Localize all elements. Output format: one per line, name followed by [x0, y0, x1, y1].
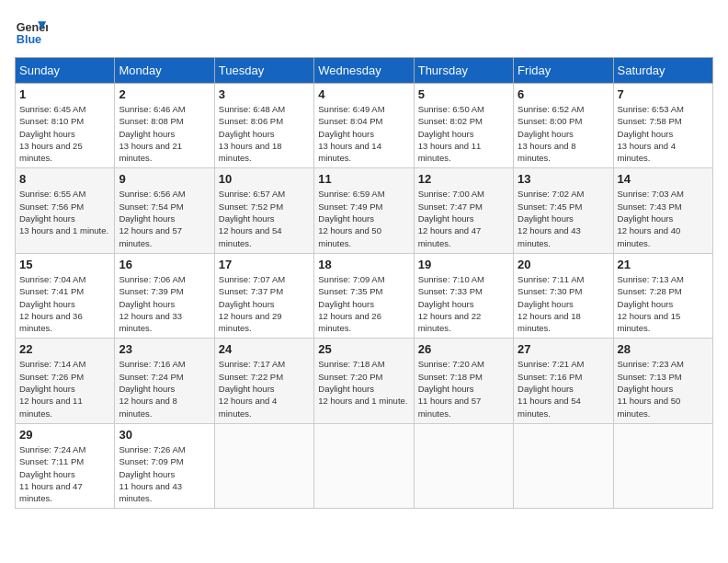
day-info: Sunrise: 7:04 AMSunset: 7:41 PMDaylight … — [19, 273, 110, 334]
calendar-day: 16Sunrise: 7:06 AMSunset: 7:39 PMDayligh… — [115, 253, 214, 338]
day-number: 3 — [219, 87, 310, 101]
day-header-wednesday: Wednesday — [314, 58, 414, 84]
day-info: Sunrise: 7:18 AMSunset: 7:20 PMDaylight … — [318, 358, 409, 407]
day-info: Sunrise: 7:20 AMSunset: 7:18 PMDaylight … — [418, 358, 509, 419]
calendar-day: 28Sunrise: 7:23 AMSunset: 7:13 PMDayligh… — [613, 339, 712, 423]
day-number: 12 — [418, 172, 509, 186]
calendar-day: 24Sunrise: 7:17 AMSunset: 7:22 PMDayligh… — [214, 339, 313, 423]
day-info: Sunrise: 6:53 AMSunset: 7:58 PMDaylight … — [618, 103, 709, 164]
day-number: 6 — [518, 87, 609, 101]
calendar-day: 21Sunrise: 7:13 AMSunset: 7:28 PMDayligh… — [613, 253, 712, 338]
day-info: Sunrise: 7:23 AMSunset: 7:13 PMDaylight … — [618, 358, 709, 419]
day-number: 16 — [119, 258, 210, 271]
calendar-day: 3Sunrise: 6:48 AMSunset: 8:06 PMDaylight… — [214, 84, 313, 168]
day-number: 18 — [318, 258, 409, 271]
day-info: Sunrise: 6:59 AMSunset: 7:49 PMDaylight … — [318, 188, 409, 248]
calendar-day: 6Sunrise: 6:52 AMSunset: 8:00 PMDaylight… — [514, 84, 613, 168]
day-info: Sunrise: 7:24 AMSunset: 7:11 PMDaylight … — [19, 443, 110, 504]
logo: General Blue — [15, 15, 48, 48]
day-info: Sunrise: 7:03 AMSunset: 7:43 PMDaylight … — [618, 188, 709, 248]
day-info: Sunrise: 7:07 AMSunset: 7:37 PMDaylight … — [219, 273, 310, 334]
calendar-day: 30Sunrise: 7:26 AMSunset: 7:09 PMDayligh… — [115, 423, 214, 508]
day-info: Sunrise: 6:45 AMSunset: 8:10 PMDaylight … — [19, 103, 110, 164]
day-header-sunday: Sunday — [16, 58, 115, 84]
calendar-day: 13Sunrise: 7:02 AMSunset: 7:45 PMDayligh… — [514, 168, 613, 253]
calendar-day: 26Sunrise: 7:20 AMSunset: 7:18 PMDayligh… — [414, 339, 513, 423]
day-number: 10 — [219, 172, 310, 186]
day-info: Sunrise: 6:55 AMSunset: 7:56 PMDaylight … — [19, 188, 110, 236]
day-number: 30 — [119, 428, 210, 442]
day-info: Sunrise: 7:16 AMSunset: 7:24 PMDaylight … — [119, 358, 210, 419]
calendar-day — [613, 423, 712, 508]
day-info: Sunrise: 7:17 AMSunset: 7:22 PMDaylight … — [219, 358, 310, 419]
calendar-day: 22Sunrise: 7:14 AMSunset: 7:26 PMDayligh… — [16, 339, 115, 423]
calendar-day: 11Sunrise: 6:59 AMSunset: 7:49 PMDayligh… — [314, 168, 414, 253]
calendar-day: 19Sunrise: 7:10 AMSunset: 7:33 PMDayligh… — [414, 253, 513, 338]
day-info: Sunrise: 7:10 AMSunset: 7:33 PMDaylight … — [418, 273, 509, 334]
calendar-day: 18Sunrise: 7:09 AMSunset: 7:35 PMDayligh… — [314, 253, 414, 338]
day-header-tuesday: Tuesday — [214, 58, 313, 84]
calendar-day — [314, 423, 414, 508]
day-number: 11 — [318, 172, 409, 186]
calendar-day: 4Sunrise: 6:49 AMSunset: 8:04 PMDaylight… — [314, 84, 414, 168]
logo-icon: General Blue — [15, 15, 48, 48]
day-number: 22 — [19, 342, 110, 356]
calendar-week-2: 8Sunrise: 6:55 AMSunset: 7:56 PMDaylight… — [16, 168, 713, 253]
day-header-friday: Friday — [514, 58, 613, 84]
calendar-day: 7Sunrise: 6:53 AMSunset: 7:58 PMDaylight… — [613, 84, 712, 168]
day-header-thursday: Thursday — [414, 58, 513, 84]
day-header-saturday: Saturday — [613, 58, 712, 84]
day-info: Sunrise: 7:26 AMSunset: 7:09 PMDaylight … — [119, 443, 210, 504]
calendar-day: 25Sunrise: 7:18 AMSunset: 7:20 PMDayligh… — [314, 339, 414, 423]
calendar-day — [214, 423, 313, 508]
calendar-week-4: 22Sunrise: 7:14 AMSunset: 7:26 PMDayligh… — [16, 339, 713, 423]
day-info: Sunrise: 7:13 AMSunset: 7:28 PMDaylight … — [618, 273, 709, 334]
day-info: Sunrise: 7:14 AMSunset: 7:26 PMDaylight … — [19, 358, 110, 419]
day-number: 4 — [318, 87, 409, 101]
calendar-day — [514, 423, 613, 508]
day-info: Sunrise: 6:56 AMSunset: 7:54 PMDaylight … — [119, 188, 210, 248]
calendar-day — [414, 423, 513, 508]
calendar-day: 5Sunrise: 6:50 AMSunset: 8:02 PMDaylight… — [414, 84, 513, 168]
day-info: Sunrise: 6:52 AMSunset: 8:00 PMDaylight … — [518, 103, 609, 164]
day-number: 20 — [518, 258, 609, 271]
calendar-day: 23Sunrise: 7:16 AMSunset: 7:24 PMDayligh… — [115, 339, 214, 423]
day-info: Sunrise: 7:06 AMSunset: 7:39 PMDaylight … — [119, 273, 210, 334]
day-number: 28 — [618, 342, 709, 356]
day-info: Sunrise: 6:46 AMSunset: 8:08 PMDaylight … — [119, 103, 210, 164]
day-info: Sunrise: 7:02 AMSunset: 7:45 PMDaylight … — [518, 188, 609, 248]
day-number: 29 — [19, 428, 110, 442]
day-number: 1 — [19, 87, 110, 101]
day-info: Sunrise: 7:09 AMSunset: 7:35 PMDaylight … — [318, 273, 409, 334]
day-number: 23 — [119, 342, 210, 356]
calendar-day: 17Sunrise: 7:07 AMSunset: 7:37 PMDayligh… — [214, 253, 313, 338]
calendar-table: SundayMondayTuesdayWednesdayThursdayFrid… — [15, 57, 713, 509]
day-number: 26 — [418, 342, 509, 356]
day-info: Sunrise: 6:57 AMSunset: 7:52 PMDaylight … — [219, 188, 310, 248]
day-number: 5 — [418, 87, 509, 101]
day-number: 24 — [219, 342, 310, 356]
day-number: 2 — [119, 87, 210, 101]
day-number: 13 — [518, 172, 609, 186]
day-info: Sunrise: 7:00 AMSunset: 7:47 PMDaylight … — [418, 188, 509, 248]
day-number: 8 — [19, 172, 110, 186]
page-header: General Blue — [15, 15, 713, 48]
day-info: Sunrise: 7:21 AMSunset: 7:16 PMDaylight … — [518, 358, 609, 419]
calendar-week-3: 15Sunrise: 7:04 AMSunset: 7:41 PMDayligh… — [16, 253, 713, 338]
calendar-day: 20Sunrise: 7:11 AMSunset: 7:30 PMDayligh… — [514, 253, 613, 338]
calendar-day: 12Sunrise: 7:00 AMSunset: 7:47 PMDayligh… — [414, 168, 513, 253]
day-number: 7 — [618, 87, 709, 101]
day-number: 25 — [318, 342, 409, 356]
calendar-day: 2Sunrise: 6:46 AMSunset: 8:08 PMDaylight… — [115, 84, 214, 168]
day-number: 9 — [119, 172, 210, 186]
calendar-day: 14Sunrise: 7:03 AMSunset: 7:43 PMDayligh… — [613, 168, 712, 253]
calendar-day: 29Sunrise: 7:24 AMSunset: 7:11 PMDayligh… — [16, 423, 115, 508]
calendar-day: 10Sunrise: 6:57 AMSunset: 7:52 PMDayligh… — [214, 168, 313, 253]
svg-text:Blue: Blue — [17, 33, 41, 46]
day-info: Sunrise: 6:50 AMSunset: 8:02 PMDaylight … — [418, 103, 509, 164]
day-number: 21 — [618, 258, 709, 271]
day-header-monday: Monday — [115, 58, 214, 84]
calendar-day: 27Sunrise: 7:21 AMSunset: 7:16 PMDayligh… — [514, 339, 613, 423]
calendar-body: 1Sunrise: 6:45 AMSunset: 8:10 PMDaylight… — [16, 84, 713, 509]
day-number: 14 — [618, 172, 709, 186]
